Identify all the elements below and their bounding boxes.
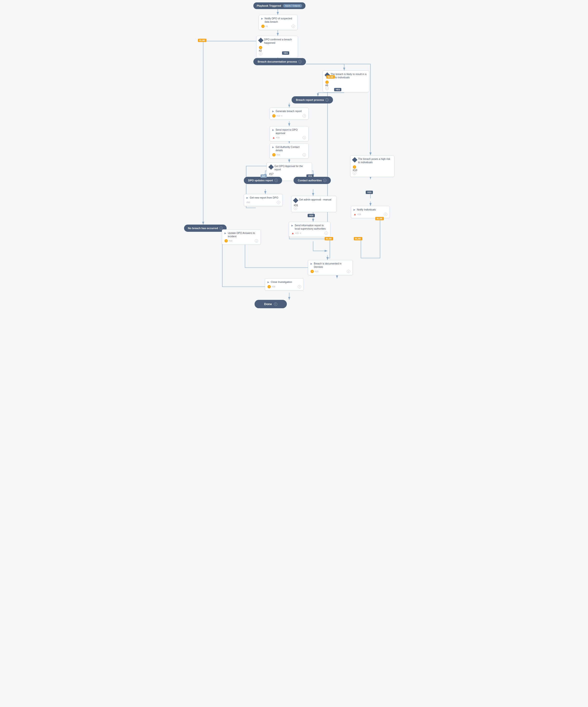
- info-icon-n1[interactable]: i: [292, 25, 295, 28]
- trigger-label: Playbook Triggered: [257, 4, 281, 7]
- chevron-icon-n25: ▶: [291, 224, 293, 227]
- task-node-n25[interactable]: ▶ Send information report to local super…: [289, 222, 331, 237]
- task-title-n15: Breach is documented in Demisto: [314, 262, 350, 269]
- chevron-icon-n15: ▶: [311, 262, 313, 265]
- info-icon-n50[interactable]: i: [277, 201, 280, 204]
- decision-title-n2: DPO confirmed a breach happened: [264, 38, 295, 44]
- info-icon-n6[interactable]: i: [325, 87, 329, 90]
- orange-badge-n24b: ⚡: [224, 239, 228, 242]
- yes-label-1: YES: [282, 52, 289, 55]
- info-icon-n15[interactable]: i: [347, 270, 350, 273]
- red-badge-n25: ▲: [291, 232, 294, 235]
- task-id-n2: ⚡ #2: [259, 46, 295, 52]
- task-node-n24[interactable]: ▶ Get Authority Contact details ⚡ #24 i: [270, 143, 308, 159]
- task-id-n6: ⚡ #6: [325, 80, 367, 87]
- group-dpo-updates[interactable]: DPO updates report i: [244, 177, 282, 184]
- no-label-1: NO: [261, 174, 267, 178]
- task-title-n25: Send information report to local supervi…: [295, 224, 328, 230]
- no-breach-label: No breach has occurred: [188, 227, 218, 230]
- group-breach-report[interactable]: Breach report process i: [292, 96, 333, 103]
- info-icon-breach-report[interactable]: i: [325, 98, 329, 102]
- info-icon-done[interactable]: i: [274, 302, 277, 306]
- done-node[interactable]: Done i: [255, 300, 287, 308]
- info-icon-n10[interactable]: i: [353, 172, 356, 175]
- diamond-icon-n2: [258, 38, 264, 43]
- diamond-icon-n10: [352, 157, 358, 163]
- group-breach-doc-label: Breach documentation process: [258, 60, 297, 63]
- task-node-n1[interactable]: ▶ Notify DPO of suspected data breach ⚡ …: [259, 15, 298, 30]
- info-icon-contact-auth[interactable]: i: [323, 179, 327, 182]
- yes-label-2: YES: [334, 88, 341, 91]
- info-icon-n24[interactable]: i: [303, 153, 306, 157]
- task-title-n24: Get Authority Contact details: [275, 145, 306, 152]
- else-label-3: ELSE: [325, 237, 333, 240]
- task-id-n24: ⚡ #24: [272, 153, 280, 157]
- info-icon-n38[interactable]: i: [298, 285, 301, 289]
- task-title-n24b: Update DPO Answers to incident: [228, 232, 258, 238]
- decision-node-n6[interactable]: The breach is likely to result in a risk…: [323, 70, 369, 92]
- chevron-icon-n50: ▶: [247, 196, 248, 199]
- inputs-outputs-badge[interactable]: Inputs / Outputs: [283, 4, 302, 7]
- task-id-n1: ⚡ #1: [261, 25, 268, 28]
- task-id-n30: ▲ #30: [272, 136, 280, 139]
- decision-title-n31: Get admin approval - manual: [299, 198, 331, 201]
- info-icon-n13[interactable]: i: [303, 114, 306, 117]
- chevron-icon-n24b: ▶: [224, 232, 226, 234]
- else-label-5: ELSE: [375, 217, 384, 220]
- else-label-2: ELSE: [326, 75, 335, 78]
- orange-badge-n10: ⚡: [353, 165, 356, 169]
- group-breach-doc[interactable]: Breach documentation process i: [253, 58, 306, 65]
- decision-node-n10[interactable]: The breach poses a high risk to individu…: [350, 155, 394, 177]
- chevron-icon-n30: ▶: [272, 129, 274, 131]
- task-node-n30[interactable]: ▶ Send report to DPO approval ▲ #30 i: [270, 126, 308, 141]
- decision-title-n10: The breach poses a high risk to individu…: [358, 158, 392, 164]
- chevron-icon-n13: ▶: [272, 110, 274, 112]
- task-title-n1: Notify DPO of suspected data breach: [265, 17, 295, 24]
- decision-node-n31[interactable]: Get admin approval - manual #31 i: [291, 196, 336, 212]
- chevron-icon-n1: ▶: [261, 17, 263, 20]
- task-id-n13: ⚡ #13 ≡: [272, 114, 282, 117]
- task-node-n28[interactable]: ▶ Notify Individuals ▲ #28 i: [351, 206, 390, 218]
- group-contact-auth[interactable]: Contact authorities i: [294, 177, 331, 184]
- info-icon-n31[interactable]: i: [294, 207, 297, 210]
- task-node-n50[interactable]: ▶ Get new report from DPO #50 i: [244, 194, 283, 206]
- info-icon-n28[interactable]: i: [384, 213, 387, 216]
- orange-badge-n15: ⚡: [311, 270, 314, 273]
- group-breach-report-label: Breach report process: [296, 98, 324, 101]
- task-node-n13[interactable]: ▶ Generate breach report ⚡ #13 ≡ i: [270, 107, 308, 120]
- task-node-n38[interactable]: ▶ Close Investigation ⚡ #38 i: [265, 278, 304, 291]
- info-icon-dpo-updates[interactable]: i: [274, 179, 278, 182]
- task-node-n24b[interactable]: ▶ Update DPO Answers to incident ⚡ #24 i: [222, 229, 261, 245]
- workflow-canvas: Playbook Triggered Inputs / Outputs ▶ No…: [174, 0, 414, 707]
- red-badge-n28: ▲: [354, 213, 356, 216]
- orange-badge-n13: ⚡: [272, 114, 275, 117]
- no-breach-node[interactable]: No breach has occurred i: [184, 225, 227, 232]
- info-icon-n30[interactable]: i: [303, 136, 306, 139]
- red-badge-n30: ▲: [272, 136, 275, 139]
- orange-badge-n2: ⚡: [259, 46, 262, 49]
- task-title-n50: Get new report from DPO: [250, 196, 280, 200]
- task-id-n38: ⚡ #38: [267, 285, 275, 289]
- chevron-icon-n24: ▶: [272, 146, 274, 148]
- task-id-n17: #17: [269, 172, 309, 175]
- done-label: Done: [264, 302, 272, 306]
- info-icon-n24b[interactable]: i: [255, 239, 258, 242]
- info-icon-n2[interactable]: i: [259, 52, 262, 56]
- info-icon-breach-doc[interactable]: i: [298, 60, 302, 63]
- yes-label-5: YES: [366, 191, 373, 194]
- task-id-n31: #31: [294, 204, 334, 207]
- decision-title-n6: The breach is likely to result in a risk…: [331, 73, 367, 79]
- yes-label-4: YES: [307, 214, 315, 217]
- task-title-n28: Notify Individuals: [357, 208, 387, 211]
- orange-badge-n38: ⚡: [267, 285, 271, 289]
- decision-node-n2[interactable]: DPO confirmed a breach happened ⚡ #2 i: [256, 36, 298, 58]
- chevron-icon-n38: ▶: [267, 281, 269, 283]
- else-label-4: ELSE: [354, 237, 362, 240]
- task-title-n38: Close Investigation: [271, 280, 301, 284]
- task-id-n25: ▲ #25 ≡: [291, 232, 301, 235]
- orange-badge-n6: ⚡: [325, 80, 329, 84]
- task-id-n24b: ⚡ #24: [224, 239, 232, 242]
- task-node-n15[interactable]: ▶ Breach is documented in Demisto ⚡ #15 …: [308, 260, 353, 275]
- trigger-node[interactable]: Playbook Triggered Inputs / Outputs: [253, 2, 305, 9]
- info-icon-n25[interactable]: i: [325, 232, 328, 235]
